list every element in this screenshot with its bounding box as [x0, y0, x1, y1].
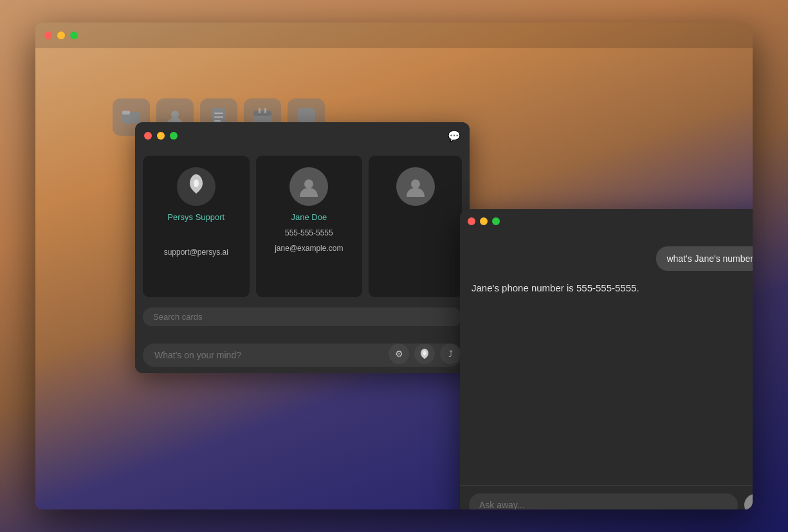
chat-close-button[interactable] [468, 217, 475, 225]
svg-rect-5 [214, 116, 223, 118]
persys-name: Persys Support [167, 212, 224, 222]
inner-app-window: 💬 Persys Support support@persys.ai [135, 122, 470, 373]
svg-rect-9 [259, 108, 261, 113]
contact-card-jane[interactable]: Jane Doe 555-555-5555 jane@example.com [256, 156, 363, 297]
user-message-1: what's Jane's number [656, 246, 753, 271]
jane-name: Jane Doe [291, 212, 327, 222]
jane-email: jane@example.com [275, 244, 343, 253]
svg-point-15 [411, 179, 420, 188]
persys-button[interactable] [414, 344, 435, 364]
outer-close-button[interactable] [44, 32, 52, 39]
outer-window: 💬 Persys Support support@persys.ai [35, 23, 753, 509]
search-input[interactable] [143, 307, 462, 326]
svg-rect-10 [264, 108, 266, 113]
contact-cards-area: Persys Support support@persys.ai Jane Do… [135, 149, 470, 304]
chat-input-area: ↑ [460, 485, 753, 509]
contact-card-persys[interactable]: Persys Support support@persys.ai [143, 156, 250, 297]
outer-titlebar [35, 23, 753, 48]
svg-point-16 [423, 351, 426, 356]
svg-rect-8 [253, 111, 271, 116]
svg-point-2 [171, 111, 179, 118]
persys-email: support@persys.ai [164, 248, 228, 257]
exit-button[interactable]: ⤴ [440, 344, 461, 364]
chat-window: what's Jane's number Jane's phone number… [460, 209, 753, 509]
svg-rect-4 [214, 113, 223, 114]
inner-minimize-button[interactable] [157, 132, 165, 140]
svg-rect-6 [214, 120, 221, 122]
settings-button[interactable]: ⚙ [389, 344, 409, 364]
contact-card-unknown[interactable] [369, 156, 462, 297]
send-button[interactable]: ↑ [744, 494, 753, 509]
inner-close-button[interactable] [144, 132, 152, 140]
unknown-avatar [396, 167, 435, 206]
chat-icon[interactable]: 💬 [448, 130, 461, 142]
chat-titlebar [460, 209, 753, 234]
chat-minimize-button[interactable] [480, 217, 488, 225]
chat-body: what's Jane's number Jane's phone number… [460, 234, 753, 485]
chat-input[interactable] [469, 493, 738, 509]
search-area [135, 304, 470, 330]
jane-avatar [289, 167, 328, 206]
ai-message-1: Jane's phone number is 555-555-5555. [472, 281, 639, 295]
bottom-toolbar: ⚙ ⤴ [389, 344, 461, 364]
svg-point-13 [194, 179, 199, 187]
chat-fullscreen-button[interactable] [492, 217, 500, 225]
persys-avatar [177, 167, 215, 206]
outer-fullscreen-button[interactable] [70, 32, 78, 39]
svg-rect-11 [297, 108, 315, 122]
svg-point-14 [304, 179, 313, 188]
svg-rect-1 [122, 111, 130, 115]
outer-minimize-button[interactable] [57, 32, 65, 39]
inner-titlebar: 💬 [135, 122, 470, 149]
jane-phone: 555-555-5555 [285, 228, 333, 237]
inner-fullscreen-button[interactable] [170, 132, 178, 140]
